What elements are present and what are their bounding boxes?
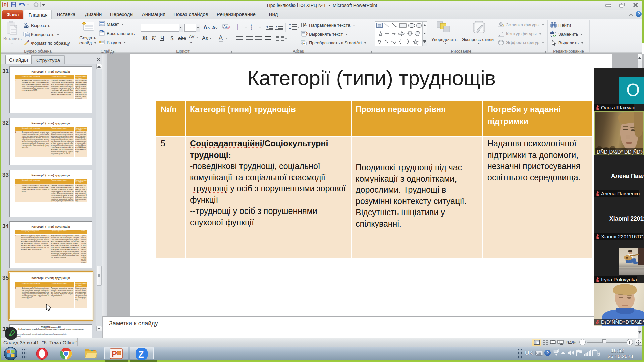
svg-text:A: A <box>304 23 307 27</box>
svg-text:3: 3 <box>251 28 252 30</box>
svg-text:Z: Z <box>138 350 144 360</box>
svg-text:Аа: Аа <box>223 25 228 28</box>
svg-text:P: P <box>112 349 117 358</box>
svg-text:ac: ac <box>553 34 557 38</box>
